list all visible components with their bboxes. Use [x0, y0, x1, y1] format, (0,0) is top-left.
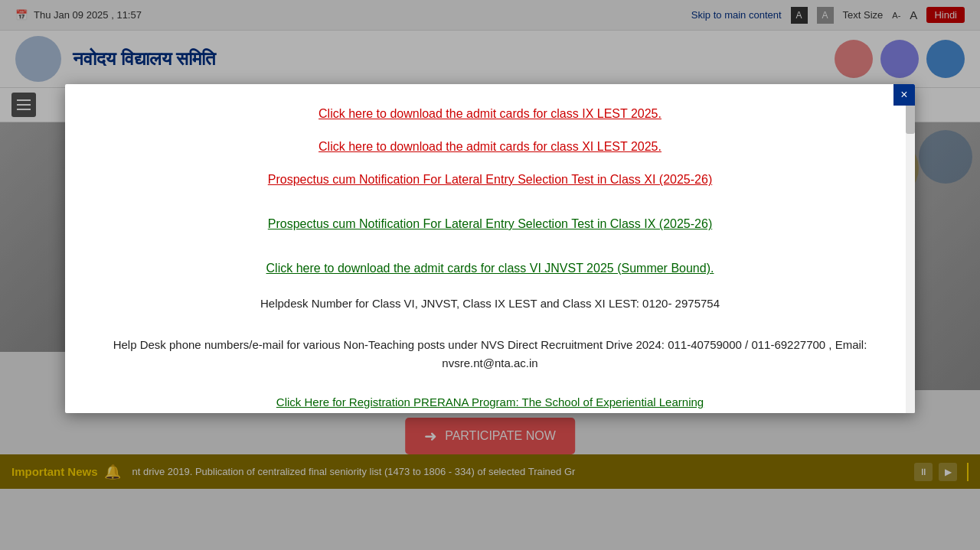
prerana-link[interactable]: Click Here for Registration PRERANA Prog… [111, 395, 869, 408]
prerana-text: Click Here for Registration PRERANA Prog… [276, 395, 704, 408]
admit-card-vi-text: Click here to download the admit cards f… [266, 262, 714, 275]
helpdesk-text-2: Help Desk phone numbers/e-mail for vario… [111, 336, 869, 373]
modal-overlay: × Click here to download the admit cards… [0, 0, 980, 550]
admit-card-ix-link[interactable]: Click here to download the admit cards f… [111, 107, 869, 121]
prospectus-ix-text: Prospectus cum Notification For Lateral … [268, 217, 712, 230]
modal-dialog: × Click here to download the admit cards… [65, 84, 915, 413]
modal-close-button[interactable]: × [893, 84, 915, 106]
modal-scrollbar[interactable] [906, 84, 915, 413]
admit-card-xi-link[interactable]: Click here to download the admit cards f… [111, 140, 869, 154]
prospectus-xi-text: Prospectus cum Notification For Lateral … [268, 173, 712, 186]
admit-card-vi-link[interactable]: Click here to download the admit cards f… [111, 262, 869, 275]
prospectus-ix-link[interactable]: Prospectus cum Notification For Lateral … [111, 217, 869, 231]
admit-card-xi-text: Click here to download the admit cards f… [318, 140, 662, 153]
prospectus-xi-link[interactable]: Prospectus cum Notification For Lateral … [111, 173, 869, 187]
helpdesk-text-1: Helpdesk Number for Class VI, JNVST, Cla… [111, 295, 869, 313]
modal-body: Click here to download the admit cards f… [65, 84, 915, 413]
admit-card-ix-text: Click here to download the admit cards f… [318, 107, 662, 120]
